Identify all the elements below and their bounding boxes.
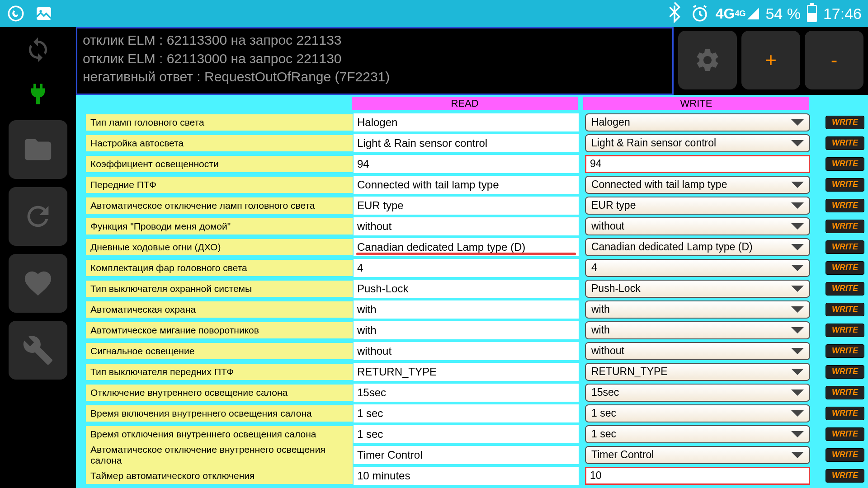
chevron-down-icon (791, 389, 804, 396)
write-button[interactable]: WRITE (826, 407, 864, 420)
parameter-dropdown[interactable]: Canadian dedicated Lamp type (D) (585, 238, 810, 256)
parameter-read-value: Light & Rain sensor control (354, 134, 579, 152)
parameter-dropdown[interactable]: 1 sec (585, 425, 810, 443)
battery-percent: 54 % (765, 5, 801, 23)
parameter-label: Время включения внутреннего освещения са… (86, 405, 353, 422)
write-button[interactable]: WRITE (826, 324, 864, 337)
write-button[interactable]: WRITE (826, 261, 864, 275)
parameter-label: Сигнальное освещение (86, 343, 353, 359)
svg-point-2 (39, 10, 42, 12)
parameter-dropdown[interactable]: with (585, 300, 810, 319)
write-button[interactable]: WRITE (826, 344, 864, 358)
sync-icon[interactable] (20, 32, 56, 68)
dropdown-value: without (591, 220, 624, 232)
parameter-dropdown[interactable]: Halogen (585, 113, 810, 131)
dropdown-value: Canadian dedicated Lamp type (D) (591, 241, 753, 253)
parameter-dropdown[interactable]: 15sec (585, 384, 810, 402)
dropdown-value: EUR type (591, 199, 636, 211)
parameter-label: Тип выключателя охранной системы (86, 281, 353, 297)
parameter-read-value: Connected with tail lamp type (354, 176, 579, 194)
dropdown-value: with (591, 324, 610, 336)
chevron-down-icon (791, 452, 804, 458)
parameter-dropdown[interactable]: EUR type (585, 197, 810, 215)
parameter-dropdown[interactable]: Connected with tail lamp type (585, 176, 810, 194)
dropdown-value: Connected with tail lamp type (591, 178, 727, 191)
parameter-label: Тип ламп головного света (86, 114, 353, 131)
parameter-label: Автоматическая охрана (86, 301, 353, 318)
zoom-in-button[interactable]: + (741, 31, 800, 89)
parameter-label: Коэффициент освещенности (86, 156, 353, 172)
parameter-dropdown[interactable]: Light & Rain sensor control (585, 134, 810, 152)
parameter-read-value: without (354, 217, 579, 235)
write-button[interactable]: WRITE (826, 136, 864, 150)
heart-button[interactable] (9, 254, 67, 313)
parameter-read-value: without (354, 342, 579, 360)
parameter-row: Автомтическое мигание поворотниковwithwi… (76, 320, 868, 340)
chevron-down-icon (791, 306, 804, 313)
write-button[interactable]: WRITE (826, 386, 864, 399)
write-button[interactable]: WRITE (826, 365, 864, 379)
sidebar (0, 27, 76, 488)
write-button[interactable]: WRITE (826, 116, 864, 129)
svg-point-0 (9, 6, 23, 21)
write-button[interactable]: WRITE (826, 469, 864, 483)
chevron-down-icon (791, 182, 804, 188)
chevron-down-icon (791, 140, 804, 146)
header-read: READ (352, 97, 578, 110)
parameter-dropdown[interactable]: Push-Lock (585, 280, 810, 298)
parameter-row: Коэффициент освещенности9494WRITE (76, 154, 868, 174)
wrench-button[interactable] (9, 321, 67, 380)
parameter-read-value: Canadian dedicated Lamp type (D) (354, 238, 579, 256)
parameter-label: Функция "Проводи меня домой" (86, 218, 353, 235)
parameter-label: Настройка автосвета (86, 135, 353, 151)
write-button[interactable]: WRITE (826, 303, 864, 316)
folder-button[interactable] (9, 120, 67, 179)
parameter-read-value: 94 (354, 155, 579, 173)
parameter-read-value: EUR type (354, 197, 579, 215)
parameter-label: Автоматическое отключение внутреннего ос… (86, 441, 353, 469)
write-button[interactable]: WRITE (826, 282, 864, 296)
parameter-row: Дневные ходовые огни (ДХО)Canadian dedic… (76, 237, 868, 257)
refresh-button[interactable] (9, 187, 67, 246)
parameter-input[interactable]: 10 (585, 467, 810, 485)
parameter-row: Тип выключателя охранной системыPush-Loc… (76, 278, 868, 299)
parameter-read-value: RETURN_TYPE (354, 363, 579, 381)
parameter-rows: Тип ламп головного светаHalogenHalogenWR… (76, 112, 868, 488)
dropdown-value: Halogen (591, 116, 630, 128)
zoom-out-button[interactable]: - (805, 31, 863, 89)
write-button[interactable]: WRITE (826, 220, 864, 233)
parameter-dropdown[interactable]: without (585, 342, 810, 360)
column-headers: READ WRITE (76, 95, 868, 112)
dropdown-value: 1 sec (591, 407, 616, 419)
parameter-dropdown[interactable]: 1 sec (585, 404, 810, 422)
parameter-input[interactable]: 94 (585, 155, 810, 173)
chevron-down-icon (791, 202, 804, 209)
write-button[interactable]: WRITE (826, 199, 864, 212)
parameter-dropdown[interactable]: 4 (585, 259, 810, 277)
parameter-row: Тип выключателя передних ПТФRETURN_TYPER… (76, 361, 868, 382)
parameter-read-value: with (354, 321, 579, 339)
bluetooth-icon (665, 4, 684, 23)
write-button[interactable]: WRITE (826, 448, 864, 462)
parameter-row: Комплектация фар головного света44WRITE (76, 258, 868, 278)
parameter-label: Время отключения внутреннего освещения с… (86, 426, 353, 442)
parameter-dropdown[interactable]: RETURN_TYPE (585, 363, 810, 381)
parameter-dropdown[interactable]: without (585, 217, 810, 235)
write-button[interactable]: WRITE (826, 240, 864, 254)
write-button[interactable]: WRITE (826, 178, 864, 192)
chevron-down-icon (791, 286, 804, 292)
chevron-down-icon (791, 369, 804, 375)
parameter-dropdown[interactable]: Timer Control (585, 446, 810, 464)
parameter-label: Комплектация фар головного света (86, 260, 353, 276)
whatsapp-icon (6, 4, 25, 23)
settings-button[interactable] (678, 31, 737, 89)
parameter-label: Тип выключателя передних ПТФ (86, 364, 353, 380)
dropdown-value: RETURN_TYPE (591, 366, 668, 378)
plug-icon[interactable] (20, 76, 56, 112)
write-button[interactable]: WRITE (826, 157, 864, 171)
chevron-down-icon (791, 327, 804, 333)
parameter-dropdown[interactable]: with (585, 321, 810, 339)
gallery-icon (34, 4, 53, 23)
write-button[interactable]: WRITE (826, 427, 864, 441)
parameter-row: Функция "Проводи меня домой"withoutwitho… (76, 216, 868, 236)
